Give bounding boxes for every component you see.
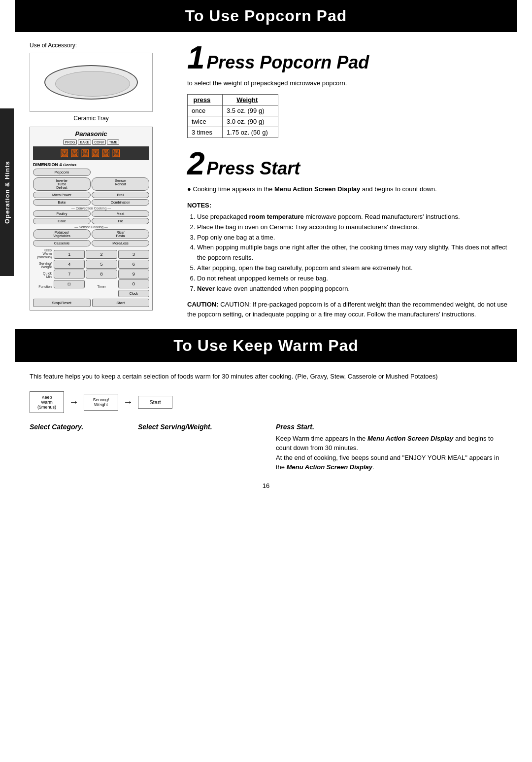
steps-flow-row: KeepWarm(5menus) → Serving/Weight → Star… — [30, 391, 502, 413]
list-item: Never leave oven unattended when popping… — [197, 284, 517, 294]
mw-btn-more-less[interactable]: More/Less — [92, 240, 149, 246]
side-tab-label: Operation & Hints — [3, 161, 11, 224]
microwave-brand: Panasonic — [33, 130, 149, 138]
step-label-col-3: Press Start. Keep Warm time appears in t… — [276, 423, 502, 472]
microwave-diagram: Panasonic PROG BAKE CONV TIME 圖圖圖圖圖圖 DIM… — [30, 127, 153, 311]
page-number: 16 — [15, 482, 517, 489]
caution-text: CAUTION: CAUTION: If pre-packaged popcor… — [187, 300, 517, 319]
list-item: After popping, open the bag carefully, p… — [197, 263, 517, 274]
keep-warm-description: This feature helps you to keep a certain… — [30, 372, 502, 381]
ceramic-tray-caption: Ceramic Tray — [30, 115, 153, 122]
mw-key-3[interactable]: 3 — [118, 250, 149, 259]
mw-label-function: Function — [33, 285, 53, 288]
mw-btn-combination[interactable]: Combination — [92, 199, 149, 206]
keep-warm-step1-title: Select Category. — [30, 423, 138, 431]
keep-warm-step3-title: Press Start. — [276, 423, 502, 431]
mw-label-clock — [86, 290, 117, 297]
mw-key-5[interactable]: 5 — [86, 260, 117, 269]
mw-btn-sensor-reheat[interactable]: SensorReheat — [92, 177, 149, 191]
popcorn-section-header: To Use Popcorn Pad — [15, 0, 517, 32]
table-cell-press-1: once — [188, 105, 223, 116]
arrow-icon-1: → — [69, 396, 79, 408]
right-column: 1 Press Popcorn Pad to select the weight… — [182, 42, 517, 319]
weight-table: press Weight once 3.5 oz. (99 g) twice 3… — [187, 94, 278, 138]
notes-title: NOTES: — [187, 202, 517, 209]
arrow-icon-2: → — [123, 396, 133, 408]
table-row: 3 times 1.75 oz. (50 g) — [188, 127, 278, 138]
step-label-col-2: Select Serving/Weight. — [138, 423, 276, 434]
step1-heading: 1 Press Popcorn Pad — [187, 42, 517, 73]
mw-btn-inverter-turbo[interactable]: InverterTurboDefrost — [33, 177, 91, 191]
mw-btn-bake[interactable]: Bake — [33, 199, 91, 206]
keep-warm-step1-box: KeepWarm(5menus) — [30, 391, 64, 413]
mw-key-func[interactable]: ⊡ — [54, 280, 85, 288]
mw-key-6[interactable]: 6 — [118, 260, 149, 269]
mw-key-7[interactable]: 7 — [54, 270, 85, 278]
accessory-label: Use of Accessory: — [30, 42, 172, 49]
step2-description: ● Cooking time appears in the Menu Actio… — [187, 184, 517, 194]
list-item: Pop only one bag at a time. — [197, 233, 517, 243]
mw-label-serving: Serving/Weight — [33, 262, 53, 269]
mw-label-keepwarm: KeepWarm(5menus) — [33, 248, 53, 259]
keep-warm-step3-desc: Keep Warm time appears in the Menu Actio… — [276, 434, 502, 472]
notes-list: Use prepackaged room temperature microwa… — [187, 212, 517, 294]
mw-btn-meat[interactable]: Meat — [92, 210, 149, 217]
table-cell-weight-1: 3.5 oz. (99 g) — [222, 105, 278, 116]
sensor-cooking-label: — Sensor Cooking — — [33, 225, 149, 229]
mw-btn-potatoes[interactable]: Potatoes/Vegetables — [33, 229, 91, 239]
step1-description: to select the weight of prepackaged micr… — [187, 78, 517, 88]
mw-label-quickmin: QuickMin — [33, 272, 53, 278]
conv-cooking-label: — Convection Cooking — — [33, 207, 149, 210]
side-tab: Operation & Hints — [0, 108, 14, 276]
list-item: When popping multiple bags one right aft… — [197, 242, 517, 263]
mw-key-8[interactable]: 8 — [86, 270, 117, 278]
mw-key-2[interactable]: 2 — [86, 250, 117, 259]
weight-table-header-press: press — [188, 94, 223, 105]
ceramic-tray-image — [30, 53, 153, 112]
mw-key-0[interactable]: 0 — [118, 279, 149, 288]
mw-btn-start[interactable]: Start — [92, 299, 150, 307]
mw-key-clock[interactable]: Clock — [118, 290, 149, 297]
weight-table-header-weight: Weight — [222, 94, 278, 105]
step1-title: Press Popcorn Pad — [206, 52, 369, 72]
table-row: once 3.5 oz. (99 g) — [188, 105, 278, 116]
table-row: twice 3.0 oz. (90 g) — [188, 116, 278, 127]
table-cell-press-2: twice — [188, 116, 223, 127]
keep-warm-step2-box: Serving/Weight — [84, 394, 118, 411]
list-item: Place the bag in oven on Ceramic Tray ac… — [197, 222, 517, 233]
mw-btn-pie[interactable]: Pie — [92, 218, 149, 224]
table-cell-weight-3: 1.75 oz. (50 g) — [222, 127, 278, 138]
keep-warm-step3-box: Start — [138, 396, 172, 409]
mw-btn-broil[interactable]: Broil — [92, 192, 149, 198]
mw-label-timer: Timer — [86, 285, 117, 288]
mw-btn-rice[interactable]: Rice/Pasta — [92, 229, 149, 239]
step2-number: 2 — [187, 146, 205, 181]
steps-labels-row: Select Category. Select Serving/Weight. … — [30, 423, 502, 472]
mw-key-9[interactable]: 9 — [118, 270, 149, 278]
mw-btn-popcorn[interactable]: Popcorn — [33, 169, 91, 176]
step1-number: 1 — [187, 40, 205, 75]
mw-btn-cake[interactable]: Cake — [33, 218, 91, 224]
step2-title: Press Start — [206, 158, 300, 178]
microwave-display: 圖圖圖圖圖圖 — [33, 146, 149, 160]
list-item: Do not reheat unpopped kernels or reuse … — [197, 274, 517, 284]
ceramic-tray-oval — [44, 65, 138, 100]
table-cell-press-3: 3 times — [188, 127, 223, 138]
mw-btn-poultry[interactable]: Poultry — [33, 210, 91, 217]
microwave-dimension: DIMENSION 4 Genius — [33, 162, 149, 167]
mw-btn-stop-reset[interactable]: Stop/Reset — [33, 299, 91, 307]
mw-key-1[interactable]: 1 — [54, 250, 85, 259]
step-label-col-1: Select Category. — [30, 423, 138, 434]
keep-warm-step2-title: Select Serving/Weight. — [138, 423, 276, 431]
list-item: Use prepackaged room temperature microwa… — [197, 212, 517, 222]
keep-warm-header: To Use Keep Warm Pad — [15, 330, 517, 362]
left-column: Use of Accessory: Ceramic Tray Panasonic… — [30, 42, 172, 319]
mw-key-4[interactable]: 4 — [54, 260, 85, 269]
table-cell-weight-2: 3.0 oz. (90 g) — [222, 116, 278, 127]
mw-btn-micro-power[interactable]: Micro Power — [33, 192, 91, 198]
mw-btn-casserole[interactable]: Casserole — [33, 240, 91, 246]
step2-heading: 2 Press Start — [187, 148, 517, 179]
